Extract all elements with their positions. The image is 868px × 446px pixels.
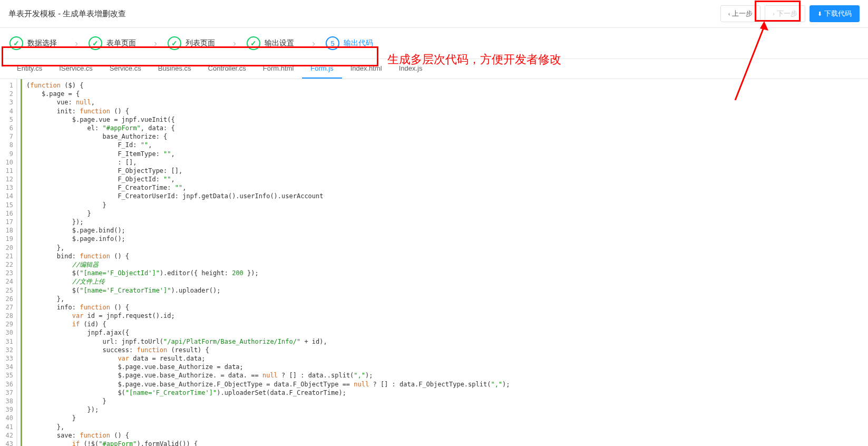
chevron-right-icon: ›	[773, 11, 775, 17]
chevron-left-icon: ‹	[728, 11, 730, 17]
download-button[interactable]: ⬇下载代码	[810, 5, 860, 22]
download-label: 下载代码	[824, 9, 852, 18]
step-1[interactable]: 数据选择›	[9, 36, 89, 50]
svg-marker-1	[760, 21, 768, 31]
step-number-icon: 5	[326, 36, 339, 50]
step-label: 列表页面	[186, 38, 215, 48]
check-icon	[89, 36, 102, 50]
file-tab-controller-cs[interactable]: Controller.cs	[200, 59, 255, 79]
line-gutter: 1234567891011121314151617181920212223242…	[0, 79, 17, 446]
file-tab-busines-cs[interactable]: Busines.cs	[150, 59, 200, 79]
annotation-arrow	[727, 21, 769, 100]
code-content[interactable]: (function ($) { $.page = { vue: null, in…	[22, 79, 605, 446]
check-icon	[9, 36, 23, 50]
file-tab-index-html[interactable]: Index.html	[342, 59, 391, 79]
chevron-right-icon: ›	[233, 38, 236, 49]
header-actions: ‹上一步 ›下一步 ⬇下载代码	[720, 5, 860, 22]
file-tab-entity-cs[interactable]: Entity.cs	[8, 59, 51, 79]
fold-bar	[17, 79, 22, 446]
chevron-right-icon: ›	[312, 38, 315, 49]
check-icon	[247, 36, 260, 50]
file-tab-form-html[interactable]: Form.html	[255, 59, 303, 79]
step-label: 数据选择	[27, 38, 57, 48]
page-title: 单表开发模板 - 生成单表增删改查	[8, 9, 126, 19]
chevron-right-icon: ›	[75, 38, 78, 49]
file-tab-iservice-cs[interactable]: IService.cs	[51, 59, 101, 79]
step-5[interactable]: 5输出代码›	[326, 36, 405, 50]
step-3[interactable]: 列表页面›	[168, 36, 247, 50]
chevron-right-icon: ›	[154, 38, 157, 49]
next-button: ›下一步	[765, 5, 805, 22]
prev-button[interactable]: ‹上一步	[720, 5, 761, 22]
file-tab-service-cs[interactable]: Service.cs	[101, 59, 150, 79]
step-2[interactable]: 表单页面›	[89, 36, 168, 50]
prev-label: 上一步	[732, 9, 753, 18]
step-label: 表单页面	[106, 38, 136, 48]
step-4[interactable]: 输出设置›	[247, 36, 326, 50]
code-editor[interactable]: 1234567891011121314151617181920212223242…	[0, 79, 868, 446]
step-label: 输出代码	[344, 38, 373, 48]
file-tab-form-js[interactable]: Form.js	[302, 59, 342, 79]
svg-line-0	[735, 26, 764, 100]
annotation-text: 生成多层次代码，方便开发者修改	[387, 52, 561, 67]
step-label: 输出设置	[265, 38, 294, 48]
download-icon: ⬇	[817, 11, 822, 17]
check-icon	[168, 36, 181, 50]
next-label: 下一步	[777, 9, 797, 18]
